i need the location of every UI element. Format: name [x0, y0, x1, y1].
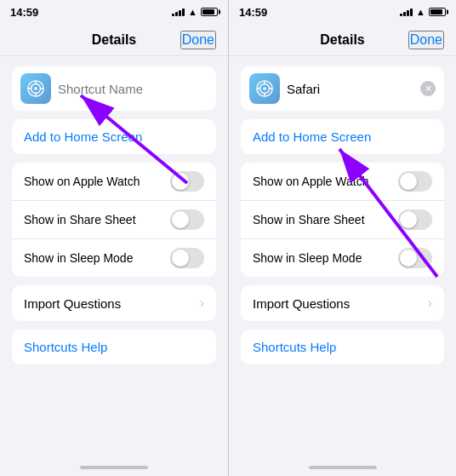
- toggle-label-apple-watch-right: Show on Apple Watch: [253, 175, 368, 188]
- import-label-left: Import Questions: [24, 296, 121, 311]
- signal-icon-left: [172, 8, 185, 16]
- chevron-icon-left: ›: [200, 295, 204, 311]
- add-home-card-left: Add to Home Screen: [12, 119, 216, 154]
- add-home-card-right: Add to Home Screen: [241, 119, 444, 154]
- svg-point-2: [34, 87, 37, 90]
- signal-icon-right: [400, 8, 413, 16]
- status-icons-right: ▲: [400, 7, 446, 17]
- left-phone-panel: 14:59 ▲ Details Done: [0, 0, 228, 476]
- toggle-item-sleep-mode-left: Show in Sleep Mode: [12, 239, 216, 277]
- nav-title-right: Details: [320, 32, 364, 48]
- chevron-icon-right: ›: [428, 295, 432, 311]
- toggle-label-share-sheet-right: Show in Share Sheet: [253, 213, 365, 227]
- done-button-right[interactable]: Done: [408, 31, 444, 49]
- status-bar-right: 14:59 ▲: [229, 0, 456, 24]
- status-time-left: 14:59: [10, 6, 38, 19]
- clear-icon-right[interactable]: ✕: [420, 81, 436, 96]
- shortcut-name-row-right: Safari ✕: [241, 66, 444, 111]
- shortcut-name-value-right: Safari: [287, 82, 413, 96]
- help-button-right[interactable]: Shortcuts Help: [241, 330, 444, 364]
- shortcut-name-input-left[interactable]: [58, 82, 216, 96]
- toggle-list-right: Show on Apple Watch Show in Share Sheet …: [241, 163, 444, 277]
- status-bar-left: 14:59 ▲: [0, 0, 228, 24]
- content-left: 🎤 Add to Home Screen Show on Apple Watch…: [0, 56, 228, 459]
- import-row-right[interactable]: Import Questions ›: [241, 285, 444, 321]
- toggle-item-share-sheet-left: Show in Share Sheet: [12, 201, 216, 239]
- toggle-label-sleep-mode-right: Show in Sleep Mode: [253, 251, 362, 265]
- toggle-list-left: Show on Apple Watch Show in Share Sheet …: [12, 163, 216, 277]
- wifi-icon-right: ▲: [416, 7, 425, 17]
- toggle-item-share-sheet-right: Show in Share Sheet: [241, 201, 444, 239]
- toggle-item-apple-watch-left: Show on Apple Watch: [12, 163, 216, 201]
- nav-title-left: Details: [92, 32, 136, 48]
- nav-bar-right: Details Done: [229, 24, 456, 56]
- status-time-right: 14:59: [239, 6, 267, 19]
- battery-icon-right: [429, 8, 446, 16]
- add-home-button-right[interactable]: Add to Home Screen: [241, 119, 444, 154]
- toggle-item-sleep-mode-right: Show in Sleep Mode: [241, 239, 444, 277]
- help-card-left: Shortcuts Help: [12, 330, 216, 364]
- help-button-left[interactable]: Shortcuts Help: [12, 330, 216, 364]
- toggle-item-apple-watch-right: Show on Apple Watch: [241, 163, 444, 201]
- nav-bar-left: Details Done: [0, 24, 228, 56]
- svg-point-11: [263, 87, 266, 90]
- toggle-switch-share-sheet-right[interactable]: [398, 209, 432, 230]
- toggle-switch-sleep-mode-right[interactable]: [398, 248, 432, 268]
- import-label-right: Import Questions: [253, 296, 350, 311]
- shortcut-icon-left: [20, 73, 51, 104]
- home-bar-left: [80, 466, 148, 469]
- done-button-left[interactable]: Done: [180, 31, 216, 49]
- home-bar-right: [309, 466, 377, 469]
- toggle-switch-apple-watch-left[interactable]: [170, 171, 204, 192]
- toggle-switch-apple-watch-right[interactable]: [398, 171, 432, 192]
- help-card-right: Shortcuts Help: [241, 330, 444, 364]
- shortcut-name-row-left: 🎤: [12, 66, 216, 111]
- right-phone-panel: 14:59 ▲ Details Done: [228, 0, 456, 476]
- wifi-icon-left: ▲: [188, 7, 197, 17]
- toggle-switch-sleep-mode-left[interactable]: [170, 248, 204, 268]
- home-indicator-right: [229, 459, 456, 476]
- home-indicator-left: [0, 459, 228, 476]
- toggle-label-share-sheet-left: Show in Share Sheet: [24, 213, 136, 227]
- content-right: Safari ✕ Add to Home Screen Show on Appl…: [229, 56, 456, 459]
- toggle-label-apple-watch-left: Show on Apple Watch: [24, 175, 140, 188]
- shortcut-icon-right: [249, 73, 280, 104]
- battery-icon-left: [201, 8, 218, 16]
- toggle-label-sleep-mode-left: Show in Sleep Mode: [24, 251, 133, 265]
- status-icons-left: ▲: [172, 7, 218, 17]
- toggle-switch-share-sheet-left[interactable]: [170, 209, 204, 230]
- add-home-button-left[interactable]: Add to Home Screen: [12, 119, 216, 154]
- import-row-left[interactable]: Import Questions ›: [12, 285, 216, 321]
